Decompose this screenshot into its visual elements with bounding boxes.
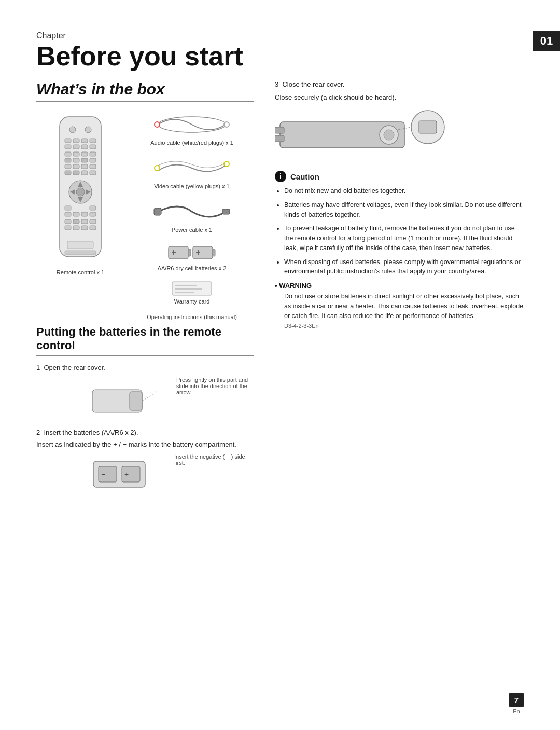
inbox-section: What’s in the box xyxy=(36,80,254,320)
svg-rect-69 xyxy=(130,392,142,410)
caution-icon: i xyxy=(275,171,286,182)
svg-rect-37 xyxy=(81,212,88,216)
svg-rect-83 xyxy=(419,121,437,133)
svg-rect-46 xyxy=(90,226,96,230)
chapter-title: Before you start xyxy=(36,42,524,71)
power-cable-item: Power cable x 1 xyxy=(130,199,254,233)
svg-rect-54 xyxy=(154,208,161,215)
right-column: 3 Close the rear cover. Close securely (… xyxy=(270,80,524,500)
step1-text: 1 Open the rear cover. xyxy=(36,364,254,371)
warning-label: • WARNING xyxy=(275,282,524,290)
batteries-svg xyxy=(166,242,218,263)
svg-rect-58 xyxy=(193,246,213,259)
svg-rect-19 xyxy=(65,164,71,169)
caution-item-2: Batteries may have different voltages, e… xyxy=(284,200,524,220)
svg-rect-33 xyxy=(65,206,71,210)
close-cover-diagram xyxy=(275,106,524,166)
svg-line-70 xyxy=(142,394,155,401)
remote-control-svg xyxy=(49,112,111,267)
caution-box: i Caution Do not mix new and old batteri… xyxy=(275,171,524,329)
batteries-section: Putting the batteries in the remote cont… xyxy=(36,325,254,495)
svg-rect-43 xyxy=(65,226,71,230)
svg-point-52 xyxy=(155,166,160,171)
rear-cover-open-svg: ↑ xyxy=(88,377,163,423)
svg-rect-79 xyxy=(275,135,284,142)
svg-rect-36 xyxy=(73,212,79,216)
svg-rect-64 xyxy=(172,282,212,295)
caution-title: Caution xyxy=(290,172,319,181)
svg-rect-35 xyxy=(65,212,71,216)
batteries-label: AA/R6 dry cell batteries x 2 xyxy=(158,265,227,271)
chapter-badge: 01 xyxy=(533,31,560,51)
remote-control-item: Remote control x 1 xyxy=(49,112,111,276)
close-cover-svg xyxy=(275,106,451,163)
svg-point-50 xyxy=(155,122,160,127)
warranty-svg xyxy=(171,281,213,296)
svg-point-81 xyxy=(384,130,394,140)
svg-rect-14 xyxy=(90,152,96,156)
audio-cable-label: Audio cable (white/red plugs) x 1 xyxy=(150,140,233,146)
power-cable-svg xyxy=(153,199,231,225)
svg-rect-4 xyxy=(73,139,79,143)
svg-point-53 xyxy=(224,161,229,167)
remote-label: Remote control x 1 xyxy=(57,269,104,276)
svg-rect-59 xyxy=(213,249,215,256)
svg-rect-11 xyxy=(65,152,71,156)
step3-text2: Close securely (a click should be heard)… xyxy=(275,93,524,101)
step1-diagram-note: Press lightly on this part and slide int… xyxy=(176,377,254,395)
main-two-col: What’s in the box xyxy=(36,80,524,500)
svg-rect-15 xyxy=(65,158,71,162)
svg-rect-56 xyxy=(169,246,188,259)
inbox-right-items: Audio cable (white/red plugs) x 1 Video … xyxy=(130,112,254,320)
video-cable-item: Video cable (yellow plugs) x 1 xyxy=(130,155,254,189)
caution-header: i Caution xyxy=(275,171,524,182)
page-number-area: 7 En xyxy=(509,693,524,714)
svg-text:↑: ↑ xyxy=(156,390,157,394)
chapter-label: Chapter xyxy=(36,31,524,40)
svg-rect-38 xyxy=(90,212,96,216)
svg-rect-40 xyxy=(73,219,79,224)
svg-rect-44 xyxy=(73,226,79,230)
svg-rect-41 xyxy=(81,219,88,224)
svg-point-51 xyxy=(224,122,229,127)
page-lang: En xyxy=(513,708,520,714)
caution-item-1: Do not mix new and old batteries togethe… xyxy=(284,186,524,196)
svg-rect-42 xyxy=(90,219,96,224)
page-number-box: 7 xyxy=(509,693,524,707)
power-cable-label: Power cable x 1 xyxy=(172,227,212,233)
svg-text:−: − xyxy=(101,470,105,478)
left-column: What’s in the box xyxy=(36,80,254,500)
audio-cable-svg xyxy=(153,112,231,137)
step2-diagram: − + Insert the negative ( − ) side first… xyxy=(88,453,254,495)
instructions-label: Operating instructions (this manual) xyxy=(147,314,237,320)
svg-rect-78 xyxy=(275,127,284,133)
svg-rect-55 xyxy=(222,209,230,214)
svg-rect-16 xyxy=(73,158,79,162)
warranty-item: Warranty card xyxy=(130,281,254,305)
svg-rect-23 xyxy=(65,171,71,175)
video-cable-label: Video cable (yellow plugs) x 1 xyxy=(154,183,229,189)
inbox-grid: Remote control x 1 xyxy=(36,112,254,320)
audio-cable-item: Audio cable (white/red plugs) x 1 xyxy=(130,112,254,146)
svg-text:+: + xyxy=(124,470,129,478)
caution-list: Do not mix new and old batteries togethe… xyxy=(275,186,524,277)
caution-item-4: When disposing of used batteries, please… xyxy=(284,257,524,277)
video-cable-svg xyxy=(153,155,231,181)
svg-rect-5 xyxy=(81,139,88,143)
svg-rect-17 xyxy=(81,158,88,162)
svg-rect-13 xyxy=(81,152,88,156)
svg-rect-10 xyxy=(90,145,96,149)
svg-rect-45 xyxy=(81,226,88,230)
svg-rect-34 xyxy=(90,206,96,210)
svg-rect-57 xyxy=(188,249,191,256)
svg-rect-26 xyxy=(90,171,96,175)
battery-insert-svg: − + xyxy=(88,453,161,495)
svg-point-28 xyxy=(76,188,85,196)
svg-rect-25 xyxy=(81,171,88,175)
batteries-section-title: Putting the batteries in the remote cont… xyxy=(36,325,254,356)
step3-text: 3 Close the rear cover. xyxy=(275,80,524,88)
d3-ref: D3-4-2-3-3En xyxy=(275,323,524,329)
svg-rect-21 xyxy=(81,164,88,169)
svg-rect-39 xyxy=(65,219,71,224)
step1-diagram: ↑ Press lightly on this part and slide i… xyxy=(88,377,254,423)
